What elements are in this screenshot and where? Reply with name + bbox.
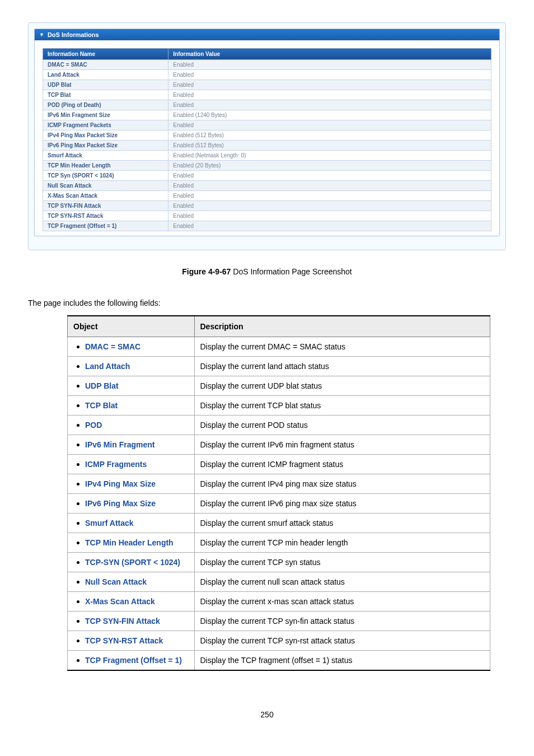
info-value: Enabled (Netmask Length: 0) [168, 151, 491, 161]
page-number: 250 [28, 710, 506, 719]
bullet-icon [77, 483, 79, 486]
figure-caption: Figure 4-9-67 DoS Information Page Scree… [28, 267, 506, 276]
desc-description-cell: Display the current TCP syn status [194, 553, 490, 572]
desc-description-cell: Display the current TCP syn-rst attack s… [194, 631, 490, 651]
desc-object-cell: TCP SYN-RST Attack [68, 631, 195, 651]
desc-object-label: TCP Blat [85, 401, 118, 410]
bullet-icon [77, 502, 79, 505]
desc-object-cell: Land Attach [68, 357, 195, 376]
desc-description-cell: Display the current IPv6 min fragment st… [194, 435, 490, 455]
bullet-icon [77, 659, 79, 662]
info-name: TCP SYN-RST Attack [43, 211, 168, 221]
desc-object-label: Null Scan Attack [85, 577, 147, 586]
info-value: Enabled [168, 171, 491, 181]
desc-description-cell: Display the current DMAC = SMAC status [194, 337, 490, 357]
desc-row: PODDisplay the current POD status [68, 416, 490, 435]
bullet-icon [77, 561, 79, 564]
dos-info-panel: ▼ DoS Informations Information Name Info… [34, 29, 500, 236]
desc-row: TCP BlatDisplay the current TCP blat sta… [68, 396, 490, 416]
lead-text: The page includes the following fields: [28, 298, 506, 307]
desc-description-cell: Display the current smurf attack status [194, 514, 490, 533]
desc-row: IPv6 Ping Max SizeDisplay the current IP… [68, 494, 490, 514]
desc-object-cell: DMAC = SMAC [68, 337, 195, 357]
desc-description-cell: Display the current IPv6 ping max size s… [194, 494, 490, 514]
desc-row: Smurf AttackDisplay the current smurf at… [68, 514, 490, 533]
desc-row: TCP-SYN (SPORT < 1024)Display the curren… [68, 553, 490, 572]
desc-object-label: X-Mas Scan Attack [85, 597, 155, 606]
info-col-name: Information Name [43, 49, 168, 60]
desc-row: TCP SYN-RST AttackDisplay the current TC… [68, 631, 490, 651]
desc-description-cell: Display the current UDP blat status [194, 376, 490, 396]
info-row: Land AttackEnabled [43, 70, 491, 80]
desc-description-cell: Display the current land attach status [194, 357, 490, 376]
desc-object-cell: TCP Blat [68, 396, 195, 416]
info-value: Enabled [168, 90, 491, 100]
info-value: Enabled [168, 191, 491, 201]
info-row: TCP BlatEnabled [43, 90, 491, 100]
info-row: TCP Fragment (Offset = 1)Enabled [43, 221, 491, 231]
info-name: IPv6 Ping Max Packet Size [43, 141, 168, 151]
info-row: ICMP Fragment PacketsEnabled [43, 120, 491, 130]
desc-description-cell: Display the current TCP min header lengt… [194, 533, 490, 553]
bullet-icon [77, 542, 79, 544]
desc-object-cell: UDP Blat [68, 376, 195, 396]
info-value: Enabled (1240 Bytes) [168, 110, 491, 120]
desc-object-cell: X-Mas Scan Attack [68, 592, 195, 612]
bullet-icon [77, 444, 79, 446]
info-row: X-Mas Scan AttackEnabled [43, 191, 491, 201]
info-name: UDP Blat [43, 80, 168, 90]
desc-object-label: TCP-SYN (SPORT < 1024) [85, 558, 180, 567]
info-name: TCP Syn (SPORT < 1024) [43, 171, 168, 181]
info-row: UDP BlatEnabled [43, 80, 491, 90]
info-value: Enabled [168, 80, 491, 90]
info-name: POD (Ping of Death) [43, 100, 168, 110]
info-name: TCP Min Header Length [43, 161, 168, 171]
collapse-icon[interactable]: ▼ [39, 32, 44, 38]
panel-header[interactable]: ▼ DoS Informations [35, 29, 499, 40]
info-name: IPv4 Ping Max Packet Size [43, 130, 168, 141]
description-table: Object Description DMAC = SMACDisplay th… [67, 315, 490, 671]
info-row: TCP SYN-FIN AttackEnabled [43, 201, 491, 211]
desc-row: Land AttachDisplay the current land atta… [68, 357, 490, 376]
info-name: Null Scan Attack [43, 181, 168, 191]
desc-row: UDP BlatDisplay the current UDP blat sta… [68, 376, 490, 396]
desc-object-label: IPv4 Ping Max Size [85, 479, 156, 488]
desc-object-label: DMAC = SMAC [85, 342, 140, 351]
caption-text: DoS Information Page Screenshot [231, 267, 352, 276]
info-value: Enabled [168, 120, 491, 130]
desc-object-label: IPv6 Min Fragment [85, 440, 154, 449]
desc-row: IPv6 Min FragmentDisplay the current IPv… [68, 435, 490, 455]
desc-row: TCP Fragment (Offset = 1)Display the TCP… [68, 651, 490, 671]
caption-prefix: Figure 4-9-67 [182, 267, 231, 276]
desc-col-object: Object [68, 316, 195, 337]
info-row: TCP Min Header LengthEnabled (20 Bytes) [43, 161, 491, 171]
info-row: IPv6 Min Fragment SizeEnabled (1240 Byte… [43, 110, 491, 120]
desc-object-cell: POD [68, 416, 195, 435]
desc-object-label: Smurf Attack [85, 519, 134, 528]
screenshot-card: ▼ DoS Informations Information Name Info… [28, 22, 506, 250]
info-name: TCP Blat [43, 90, 168, 100]
desc-object-label: IPv6 Ping Max Size [85, 499, 156, 508]
desc-object-label: Land Attach [85, 362, 130, 371]
bullet-icon [77, 640, 79, 642]
info-table: Information Name Information Value DMAC … [43, 48, 491, 231]
bullet-icon [77, 404, 79, 407]
info-row: Null Scan AttackEnabled [43, 181, 491, 191]
bullet-icon [77, 346, 79, 348]
desc-description-cell: Display the current IPv4 ping max size s… [194, 474, 490, 494]
desc-object-label: ICMP Fragments [85, 460, 147, 469]
desc-object-cell: IPv6 Ping Max Size [68, 494, 195, 514]
desc-object-cell: TCP Fragment (Offset = 1) [68, 651, 195, 671]
desc-description-cell: Display the current TCP blat status [194, 396, 490, 416]
desc-object-cell: Smurf Attack [68, 514, 195, 533]
info-value: Enabled [168, 201, 491, 211]
info-name: DMAC = SMAC [43, 60, 168, 70]
info-col-value: Information Value [168, 49, 491, 60]
bullet-icon [77, 581, 79, 584]
desc-object-cell: IPv4 Ping Max Size [68, 474, 195, 494]
info-name: X-Mas Scan Attack [43, 191, 168, 201]
desc-object-cell: ICMP Fragments [68, 455, 195, 474]
desc-description-cell: Display the current ICMP fragment status [194, 455, 490, 474]
desc-object-cell: IPv6 Min Fragment [68, 435, 195, 455]
desc-description-cell: Display the current null scan attack sta… [194, 572, 490, 592]
